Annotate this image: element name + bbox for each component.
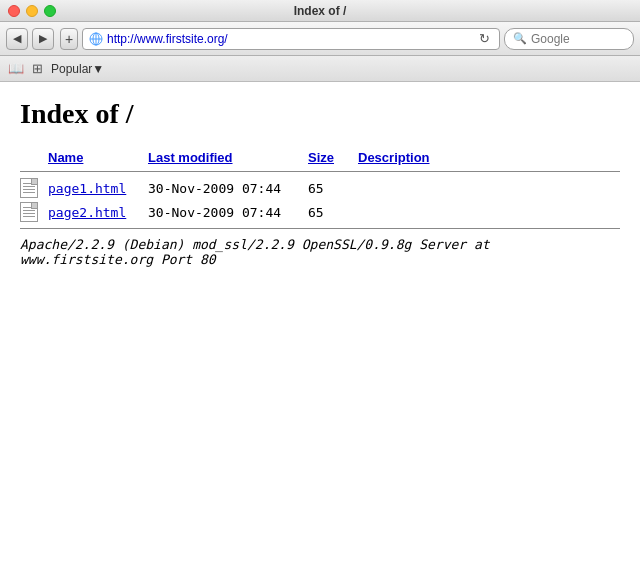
- file-icon: [20, 202, 38, 222]
- back-button[interactable]: ◀: [6, 28, 28, 50]
- refresh-button[interactable]: ↻: [475, 30, 493, 48]
- content-area: Index of / Name Last modified Size Descr…: [0, 82, 640, 581]
- minimize-button[interactable]: [26, 5, 38, 17]
- window-title: Index of /: [294, 4, 347, 18]
- col-description-header[interactable]: Description: [358, 150, 430, 165]
- file-link[interactable]: page1.html: [48, 181, 126, 196]
- col-size-header[interactable]: Size: [308, 150, 358, 165]
- file-icon-cell: [20, 178, 48, 198]
- nav-bar: ◀ ▶ + ↻ 🔍: [0, 22, 640, 56]
- window-controls: [8, 5, 56, 17]
- page-title: Index of /: [20, 98, 620, 130]
- forward-button[interactable]: ▶: [32, 28, 54, 50]
- dir-header: Name Last modified Size Description: [20, 150, 620, 172]
- maximize-button[interactable]: [44, 5, 56, 17]
- file-icon-cell: [20, 202, 48, 222]
- table-row: page1.html 30-Nov-2009 07:44 65: [20, 176, 620, 200]
- close-button[interactable]: [8, 5, 20, 17]
- file-size-cell: 65: [308, 205, 358, 220]
- popular-button[interactable]: Popular▼: [51, 62, 104, 76]
- bookmark-icon[interactable]: 📖: [8, 61, 24, 76]
- file-name-cell: page2.html: [48, 205, 148, 220]
- url-input[interactable]: [107, 32, 471, 46]
- grid-icon[interactable]: ⊞: [32, 61, 43, 76]
- server-info: Apache/2.2.9 (Debian) mod_ssl/2.2.9 Open…: [20, 237, 620, 267]
- title-bar: Index of /: [0, 0, 640, 22]
- file-modified-cell: 30-Nov-2009 07:44: [148, 205, 308, 220]
- search-bar[interactable]: 🔍: [504, 28, 634, 50]
- file-modified-cell: 30-Nov-2009 07:44: [148, 181, 308, 196]
- table-row: page2.html 30-Nov-2009 07:44 65: [20, 200, 620, 224]
- globe-icon: [89, 32, 103, 46]
- add-tab-button[interactable]: +: [60, 28, 78, 50]
- directory-listing: Name Last modified Size Description page…: [20, 150, 620, 267]
- file-icon: [20, 178, 38, 198]
- col-name-header[interactable]: Name: [48, 150, 148, 165]
- file-name-cell: page1.html: [48, 181, 148, 196]
- file-link[interactable]: page2.html: [48, 205, 126, 220]
- file-size-cell: 65: [308, 181, 358, 196]
- bookmarks-bar: 📖 ⊞ Popular▼: [0, 56, 640, 82]
- col-modified-header[interactable]: Last modified: [148, 150, 308, 165]
- dir-footer: Apache/2.2.9 (Debian) mod_ssl/2.2.9 Open…: [20, 228, 620, 267]
- address-bar[interactable]: ↻: [82, 28, 500, 50]
- search-input[interactable]: [531, 32, 611, 46]
- search-icon: 🔍: [513, 32, 527, 45]
